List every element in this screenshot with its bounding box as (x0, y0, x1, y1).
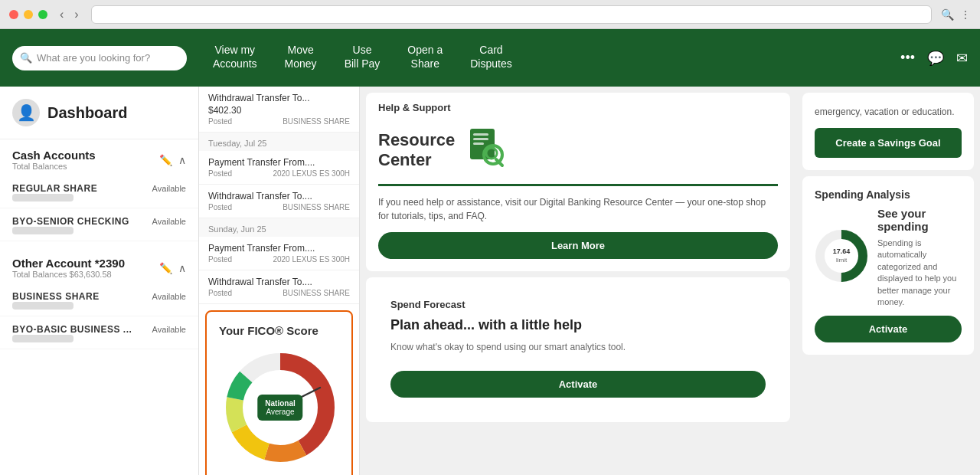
browser-search-button[interactable]: 🔍 (941, 8, 954, 21)
transaction-item[interactable]: Withdrawal Transfer To.... Posted BUSINE… (199, 270, 359, 304)
fico-card: Your FICO® Score (205, 310, 353, 475)
trans-status: Posted (208, 169, 232, 178)
resource-icon-area (464, 126, 510, 175)
nav-bill-pay[interactable]: UseBill Pay (331, 29, 394, 87)
resource-title: ResourceCenter (378, 130, 455, 171)
minimize-button[interactable] (24, 10, 33, 19)
fico-title: Your FICO® Score (219, 324, 339, 337)
nav-view-accounts[interactable]: View myAccounts (199, 29, 271, 87)
other-accounts-edit[interactable]: ✏️ (159, 262, 172, 274)
trans-account: BUSINESS SHARE (283, 117, 350, 126)
back-button[interactable]: ‹ (57, 6, 67, 23)
nav-move-money[interactable]: MoveMoney (271, 29, 331, 87)
fico-donut-chart: National Average (219, 346, 341, 469)
nav-mail-button[interactable]: ✉ (956, 50, 968, 67)
account-business-share[interactable]: BUSINESS SHARE Available (0, 283, 198, 316)
account-name: BYO-SENIOR CHECKING (12, 216, 129, 227)
spending-heading: See your spending (877, 207, 962, 233)
browser-menu-button[interactable]: ⋮ (960, 8, 971, 21)
spending-info: See your spending Spending is automatica… (877, 207, 962, 308)
svg-rect-11 (473, 142, 484, 145)
trans-name: Withdrawal Transfer To... (208, 93, 350, 103)
account-badge: Available (152, 325, 186, 334)
trans-date: Sunday, Jun 25 (199, 218, 359, 237)
account-name: REGULAR SHARE (12, 183, 97, 194)
fico-national-sub: Average (265, 408, 295, 416)
nav-open-share[interactable]: Open aShare (394, 29, 456, 87)
help-support-card: Help & Support ResourceCenter (366, 93, 790, 271)
trans-status: Posted (208, 255, 232, 264)
account-badge: Available (152, 217, 186, 226)
spending-donut-svg: 17.64 limit (815, 229, 868, 283)
forecast-title: Spend Forecast (378, 290, 778, 316)
green-divider (378, 184, 778, 186)
account-regular-share[interactable]: REGULAR SHARE Available (0, 175, 198, 208)
nav-more-button[interactable]: ••• (900, 50, 915, 66)
account-byo-senior[interactable]: BYO-SENIOR CHECKING Available (0, 208, 198, 241)
account-name: BYO-BASIC BUSINESS ... (12, 324, 132, 335)
nav-card-disputes[interactable]: CardDisputes (456, 29, 525, 87)
forecast-heading: Plan ahead... with a little help (378, 316, 778, 340)
main-content: 👤 Dashboard Cash Accounts Total Balances… (0, 87, 980, 475)
resource-center-icon (464, 126, 510, 172)
window-chrome: ‹ › 🔍 ⋮ (0, 0, 980, 29)
spending-analysis-title: Spending Analysis (815, 188, 962, 201)
learn-more-button[interactable]: Learn More (378, 232, 778, 259)
search-box[interactable]: 🔍 What are you looking for? (12, 46, 187, 70)
nav-right: ••• 💬 ✉ (900, 50, 980, 67)
cash-accounts-toggle[interactable]: ∧ (178, 154, 186, 166)
forward-button[interactable]: › (71, 6, 81, 23)
trans-name: Withdrawal Transfer To.... (208, 277, 350, 287)
address-bar[interactable] (91, 5, 932, 24)
account-balance-bar (12, 227, 74, 234)
svg-rect-9 (473, 133, 488, 136)
trans-date: Tuesday, Jul 25 (199, 133, 359, 151)
create-savings-goal-button[interactable]: Create a Savings Goal (815, 128, 962, 158)
nav-items: View myAccounts MoveMoney UseBill Pay Op… (199, 29, 900, 87)
help-header: Help & Support (366, 93, 790, 120)
app: 🔍 What are you looking for? View myAccou… (0, 29, 980, 475)
other-accounts-actions: ✏️ ∧ (159, 262, 186, 274)
search-icon: 🔍 (20, 52, 32, 64)
account-balance-bar (12, 302, 74, 310)
trans-name: Withdrawal Transfer To.... (208, 191, 350, 201)
account-balance-bar (12, 194, 74, 201)
account-byo-basic[interactable]: BYO-BASIC BUSINESS ... Available (0, 316, 198, 349)
account-badge: Available (152, 292, 186, 301)
transaction-item[interactable]: Payment Transfer From.... Posted 2020 LE… (199, 237, 359, 270)
cash-accounts-title: Cash Accounts (12, 149, 96, 162)
center-content: Help & Support ResourceCenter (360, 87, 796, 475)
spend-forecast-card: Spend Forecast Plan ahead... with a litt… (366, 277, 790, 422)
trans-status: Posted (208, 289, 232, 297)
sidebar-header: 👤 Dashboard (0, 87, 198, 139)
svg-text:17.64: 17.64 (833, 247, 851, 255)
cash-accounts-subtitle: Total Balances (12, 162, 96, 171)
account-name: BUSINESS SHARE (12, 291, 100, 302)
search-placeholder: What are you looking for? (37, 52, 150, 64)
trans-status: Posted (208, 203, 232, 211)
transaction-item[interactable]: Withdrawal Transfer To... $402.30 Posted… (199, 87, 359, 133)
svg-text:limit: limit (836, 257, 848, 264)
nav-chat-button[interactable]: 💬 (927, 50, 944, 67)
forecast-description: Know what's okay to spend using our smar… (378, 340, 778, 363)
close-button[interactable] (9, 10, 18, 19)
fico-national-label: National (265, 399, 295, 408)
search-area: 🔍 What are you looking for? (0, 46, 199, 70)
other-accounts-toggle[interactable]: ∧ (178, 262, 186, 274)
top-nav: 🔍 What are you looking for? View myAccou… (0, 29, 980, 87)
trans-account: BUSINESS SHARE (283, 203, 350, 211)
resource-description: If you need help or assistance, visit ou… (366, 195, 790, 232)
browser-nav: ‹ › (57, 6, 82, 23)
avatar: 👤 (12, 99, 40, 126)
resource-center: ResourceCenter (366, 120, 790, 184)
cash-accounts-edit[interactable]: ✏️ (159, 154, 172, 166)
transaction-item[interactable]: Payment Transfer From.... Posted 2020 LE… (199, 151, 359, 185)
svg-rect-10 (473, 138, 488, 140)
spending-activate-button[interactable]: Activate (815, 316, 962, 342)
transaction-item[interactable]: Withdrawal Transfer To.... Posted BUSINE… (199, 185, 359, 218)
spending-description: Spending is automatically categorized an… (877, 238, 962, 308)
forecast-activate-button[interactable]: Activate (390, 371, 766, 398)
cash-accounts-header: Cash Accounts Total Balances ✏️ ∧ (0, 139, 198, 175)
maximize-button[interactable] (38, 10, 47, 19)
spending-content: 17.64 limit See your spending Spending i… (815, 207, 962, 308)
